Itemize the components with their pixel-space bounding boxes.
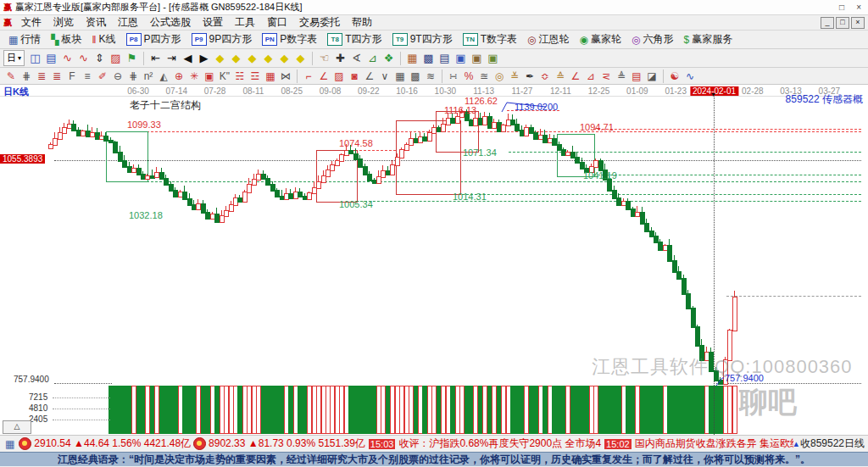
kline-tool-icon[interactable]: K" (217, 69, 232, 83)
trigram2-icon[interactable]: ☲ (248, 69, 263, 83)
slope-icon[interactable]: ⊿ (583, 69, 598, 83)
fib-icon[interactable]: F (64, 69, 80, 83)
menu-item[interactable]: 资讯 (80, 16, 112, 28)
hatch-icon[interactable]: ⋕ (125, 69, 141, 83)
gold-line-icon[interactable]: ≚ (507, 69, 522, 83)
hand-icon[interactable]: ☜ (316, 51, 332, 66)
diamond-1-icon[interactable]: ◆ (212, 51, 228, 66)
grid3-icon[interactable]: ▦ (392, 69, 408, 83)
angle2-icon[interactable]: ∠ (362, 69, 377, 83)
chart-area[interactable]: 06-3007-1407-2808-1108-2509-0809-2210-16… (0, 85, 868, 435)
first-icon[interactable]: ⇤ (147, 51, 164, 66)
ellipse-icon[interactable]: ⊖ (110, 69, 125, 83)
tab-板块[interactable]: ▚板块 (46, 31, 86, 48)
mdi-control-button[interactable]: _ (821, 17, 834, 29)
circle-cross-icon[interactable]: ⊕ (171, 69, 186, 83)
pen-icon[interactable]: ✎ (3, 69, 19, 83)
check-icon[interactable]: ∨ (377, 69, 392, 83)
menu-item[interactable]: 浏览 (47, 16, 80, 28)
marker-icon[interactable]: ❖ (381, 51, 397, 66)
corner-icon[interactable]: ⌐ (301, 69, 316, 83)
trigram1-icon[interactable]: ☵ (232, 69, 248, 83)
wave-tool-icon[interactable]: ⋈ (278, 69, 293, 83)
panel-icon[interactable]: ▤ (437, 51, 453, 66)
lines-icon[interactable]: ≡ (80, 69, 95, 83)
diamond-2-icon[interactable]: ◆ (228, 51, 244, 66)
tab-江恩轮[interactable]: ◎江恩轮 (522, 31, 574, 48)
menu-item[interactable]: 交易委托 (293, 16, 346, 28)
steps-icon[interactable]: ⋜ (598, 69, 614, 83)
tab-9P四方形[interactable]: P99P四方形 (186, 31, 258, 48)
sine-icon[interactable]: ∿ (682, 69, 698, 83)
period-dropdown[interactable]: 日 ▾ (3, 50, 25, 66)
measure-icon[interactable]: ⊿ (364, 51, 381, 66)
restore-button[interactable]: □ (839, 3, 844, 12)
target-icon[interactable]: ◙ (347, 69, 362, 83)
gann-box-icon[interactable]: ≣ (34, 69, 49, 83)
delta-icon[interactable]: ≜ (614, 69, 629, 83)
diamond-5-icon[interactable]: ◆ (276, 51, 292, 66)
triangle-icon[interactable]: ◭ (156, 69, 171, 83)
tab-P四方形[interactable]: P8P四方形 (121, 31, 186, 48)
menu-item[interactable]: 帮助 (346, 16, 378, 28)
save-icon[interactable]: ▣ (453, 51, 469, 66)
menu-item[interactable]: 工具 (229, 16, 261, 28)
last-icon[interactable]: ⇥ (164, 51, 180, 66)
n2-icon[interactable]: n² (141, 69, 156, 83)
calculator-icon[interactable]: ▩ (420, 51, 437, 66)
rows-icon[interactable]: ▤ (629, 69, 644, 83)
tab-赢家服务[interactable]: $赢家服务 (678, 31, 737, 48)
taiji-icon[interactable]: ☯ (667, 69, 682, 83)
calendar-icon[interactable]: ▦ (404, 51, 420, 66)
mdi-control-button[interactable]: □ (836, 17, 849, 29)
menu-item[interactable]: 窗口 (261, 16, 293, 28)
crosshair-icon[interactable]: ✚ (332, 51, 348, 66)
tab-赢家轮[interactable]: ◉赢家轮 (574, 31, 626, 48)
waves-icon[interactable]: ≋ (423, 69, 438, 83)
close-button[interactable]: × (856, 3, 861, 12)
tab-T数字表[interactable]: TNT数字表 (458, 31, 522, 48)
grid4-icon[interactable]: ▩ (408, 69, 423, 83)
tab-9T四方形[interactable]: T99T四方形 (387, 31, 458, 48)
menu-item[interactable]: 设置 (197, 16, 229, 28)
news-headline[interactable]: 国内商品期货收盘涨跌各异 集运欧线涨停 (635, 436, 794, 451)
approx-icon[interactable]: ≊ (476, 69, 492, 83)
market-grid-icon[interactable]: ▦ (5, 438, 14, 450)
angle-icon[interactable]: ∢ (348, 51, 364, 66)
gold-circle-icon[interactable]: ◎ (492, 69, 507, 83)
percent-icon[interactable]: % (461, 69, 476, 83)
square-icon[interactable]: ▣ (202, 69, 217, 83)
k-line-icon[interactable]: ◫ (27, 51, 43, 66)
star-icon[interactable]: ✳ (186, 69, 202, 83)
zigzag2-icon[interactable]: ∿ (75, 51, 92, 66)
export-icon[interactable]: ▣ (469, 51, 485, 66)
next-icon[interactable]: ▶ (196, 51, 212, 66)
import-icon[interactable]: ▣ (485, 51, 501, 66)
zigzag-icon[interactable]: ∿ (59, 51, 75, 66)
tab-六角形[interactable]: ◎六角形 (626, 31, 678, 48)
tab-K线[interactable]: ‖K线 (87, 31, 121, 48)
gann-box2-icon[interactable]: ≣ (49, 69, 64, 83)
grid2-icon[interactable]: ▦ (263, 69, 278, 83)
fan-icon[interactable]: ∠ (316, 69, 331, 83)
half-icon[interactable]: ◪ (644, 69, 659, 83)
ratio-icon[interactable]: ∺ (446, 69, 461, 83)
board-icon[interactable]: ▤ (43, 51, 59, 66)
flag-icon[interactable]: ⚑ (124, 51, 140, 66)
draw-pen-icon[interactable]: ✐ (95, 69, 110, 83)
gold2-icon[interactable]: ≙ (553, 69, 568, 83)
angle3-icon[interactable]: ∠ (568, 69, 583, 83)
expand-pane-button[interactable]: △ (3, 420, 31, 434)
menu-item[interactable]: 江恩 (112, 16, 144, 28)
slider-icon[interactable]: ⇕ (92, 51, 108, 66)
diamond-6-icon[interactable]: ◆ (292, 51, 309, 66)
menu-item[interactable]: 文件 (15, 16, 47, 28)
mdi-control-button[interactable]: × (851, 17, 865, 29)
diamond-3-icon[interactable]: ◆ (244, 51, 260, 66)
tab-P数字表[interactable]: PNP数字表 (257, 31, 322, 48)
ink-icon[interactable]: ✒ (522, 69, 537, 83)
prev-icon[interactable]: ◀ (180, 51, 196, 66)
tab-T四方形[interactable]: T8T四方形 (322, 31, 387, 48)
gann-grid-icon[interactable]: ⋕ (19, 69, 34, 83)
menu-item[interactable]: 公式选股 (144, 16, 197, 28)
